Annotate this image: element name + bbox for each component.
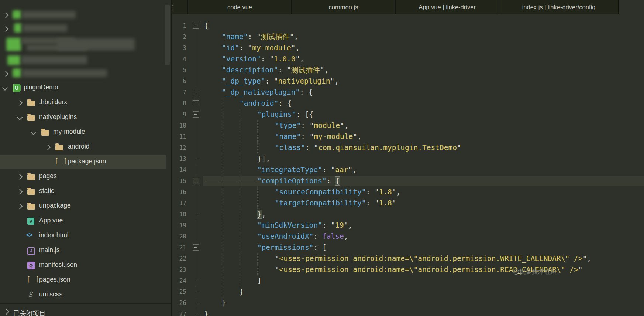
- token-key: "minSdkVersion": [257, 221, 322, 230]
- token-pun: ,: [587, 254, 591, 263]
- tree-item-static[interactable]: static: [0, 185, 171, 198]
- line-number: 7: [172, 87, 186, 98]
- fold-collapse-icon[interactable]: [193, 23, 199, 29]
- code-line-17[interactable]: 17 "targetCompatibility": "1.8": [172, 198, 644, 209]
- whitespace-tab-marks: [204, 176, 257, 187]
- code-line-16[interactable]: 16 "sourceCompatibility": "1.8",: [172, 187, 644, 198]
- code-text: }: [204, 298, 226, 309]
- scss-file-icon: S: [28, 290, 32, 298]
- code-line-18[interactable]: 18 },: [172, 209, 644, 220]
- tree-item-uni-scss[interactable]: Suni.scss: [0, 288, 171, 302]
- chevron-right-icon[interactable]: [45, 145, 51, 150]
- closed-projects-row[interactable]: 已关闭项目: [0, 307, 171, 316]
- fold-guide-line: [196, 65, 196, 76]
- tree-item-manifest-json[interactable]: ⚙manifest.json: [0, 259, 171, 272]
- tree-item-pages-json[interactable]: [ ]pages.json: [0, 273, 171, 287]
- fold-end-tick: [196, 275, 199, 281]
- code-line-5[interactable]: 5 "description": "测试插件",: [172, 65, 644, 76]
- code-line-9[interactable]: 9 "plugins": [{: [172, 109, 644, 120]
- code-line-11[interactable]: 11 "name": "my-module",: [172, 131, 644, 142]
- fold-collapse-icon[interactable]: [193, 111, 199, 118]
- tree-item-main-js[interactable]: Jmain.js: [0, 244, 171, 257]
- tree-item-my-module[interactable]: my-module: [0, 126, 171, 139]
- tab-label: code.vue: [227, 4, 252, 10]
- tab-code.vue[interactable]: code.vue: [188, 0, 292, 14]
- line-number: 3: [172, 43, 186, 54]
- tab-partial[interactable]: (: [172, 0, 188, 14]
- code-line-15[interactable]: 15"compileOptions": {: [172, 176, 644, 187]
- matched-bracket: }: [257, 210, 262, 218]
- code-line-7[interactable]: 7 "_dp_nativeplugin": {: [172, 87, 644, 98]
- token-str: 19: [335, 221, 344, 230]
- tree-item-label: main.js: [39, 246, 59, 254]
- code-line-6[interactable]: 6 "_dp_type": "nativeplugin",: [172, 76, 644, 87]
- chevron-down-icon[interactable]: [2, 85, 8, 91]
- token-pun: ,: [357, 132, 362, 141]
- code-line-24[interactable]: 24 ]: [172, 275, 644, 286]
- fold-collapse-icon[interactable]: [193, 244, 199, 251]
- code-line-10[interactable]: 10 "type": "module",: [172, 120, 644, 131]
- tab-common.js[interactable]: common.js: [292, 0, 396, 14]
- chevron-right-icon[interactable]: [3, 26, 9, 32]
- fold-collapse-icon[interactable]: [193, 100, 199, 106]
- code-line-22[interactable]: 22 "<uses-permission android:name=\"andr…: [172, 253, 644, 264]
- tree-item-pluginDemo[interactable]: UpluginDemo: [0, 81, 171, 95]
- chevron-right-icon[interactable]: [17, 100, 23, 106]
- chevron-down-icon[interactable]: [17, 115, 23, 120]
- tab-App.vue[interactable]: App.vue | linke-driver: [396, 0, 499, 14]
- tree-item-hbuilderx[interactable]: .hbuilderx: [0, 96, 171, 109]
- token-pun: }: [240, 288, 244, 296]
- tree-item-package-json[interactable]: [ ]package.json: [0, 155, 171, 169]
- html-file-icon: <>: [26, 232, 32, 238]
- code-line-14[interactable]: 14 "integrateType": "aar",: [172, 164, 644, 176]
- token-pun: ,: [344, 232, 348, 241]
- code-line-21[interactable]: 21 "permissions": [: [172, 242, 644, 253]
- chevron-right-icon[interactable]: [17, 204, 23, 210]
- project-name-blurred: [22, 11, 76, 18]
- code-line-8[interactable]: 8 "android": {: [172, 98, 644, 109]
- tree-item-App-vue[interactable]: VApp.vue: [0, 214, 171, 228]
- code-editor[interactable]: 1{2 "name": "测试插件",3 "id": "my-module",4…: [172, 20, 644, 316]
- project-explorer-sidebar: UpluginDemo.hbuilderxnativepluginsmy-mod…: [0, 0, 171, 316]
- tree-item-index-html[interactable]: <>index.html: [0, 229, 171, 242]
- token-pun: :: [314, 232, 322, 241]
- chevron-right-icon[interactable]: [17, 189, 23, 195]
- chevron-right-icon[interactable]: [3, 13, 9, 18]
- code-line-20[interactable]: 20 "useAndroidX": false,: [172, 231, 644, 242]
- tree-item-label: my-module: [53, 128, 85, 136]
- token-pun: }: [204, 310, 209, 316]
- code-line-26[interactable]: 26 }: [172, 298, 644, 309]
- code-line-23[interactable]: 23 "<uses-permission android:name=\"andr…: [172, 264, 644, 275]
- json-file-icon: [ ]: [27, 276, 40, 283]
- code-line-4[interactable]: 4 "version": "1.0.0",: [172, 54, 644, 65]
- tree-item-pages[interactable]: pages: [0, 170, 171, 183]
- code-line-3[interactable]: 3 "id": "my-module",: [172, 43, 644, 54]
- chevron-right-icon[interactable]: [17, 174, 23, 180]
- chevron-right-icon[interactable]: [3, 71, 9, 77]
- fold-collapse-icon[interactable]: [193, 89, 199, 95]
- tree-item-android[interactable]: android: [0, 140, 171, 154]
- sidebar-divider: [0, 303, 171, 304]
- fold-end-tick: [196, 153, 199, 159]
- fold-collapse-icon[interactable]: [193, 178, 199, 184]
- json-file-icon: [ ]: [55, 157, 68, 165]
- code-line-1[interactable]: 1{: [172, 20, 644, 31]
- code-line-2[interactable]: 2 "name": "测试插件",: [172, 31, 644, 43]
- chevron-down-icon[interactable]: [31, 129, 37, 135]
- sidebar-scrollbar-thumb[interactable]: [165, 5, 170, 65]
- token-q: ": [314, 143, 318, 152]
- code-line-19[interactable]: 19 "minSdkVersion": "19",: [172, 220, 644, 231]
- code-line-27[interactable]: 27}: [172, 309, 644, 316]
- code-line-13[interactable]: 13 }],: [172, 153, 644, 164]
- tab-index.js[interactable]: index.js | linke-driver/config: [499, 0, 619, 14]
- tab-label: App.vue | linke-driver: [419, 4, 476, 10]
- code-line-12[interactable]: 12 "class": "com.qiansuilan.myplugin.Tes…: [172, 142, 644, 153]
- matched-bracket: {: [335, 177, 340, 185]
- tree-item-unpackage[interactable]: unpackage: [0, 200, 171, 213]
- token-pun: :: [327, 177, 335, 185]
- fold-guide-line: [196, 95, 196, 98]
- tree-item-nativeplugins[interactable]: nativeplugins: [0, 111, 171, 124]
- code-line-25[interactable]: 25 }: [172, 286, 644, 298]
- token-q: ": [392, 188, 396, 196]
- token-q: ": [275, 254, 279, 263]
